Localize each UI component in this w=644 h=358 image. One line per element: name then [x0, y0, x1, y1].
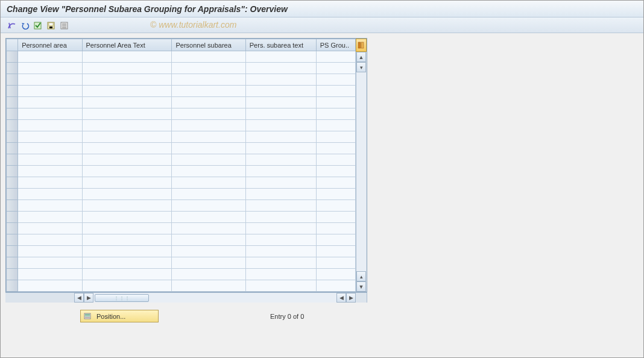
row-selector[interactable]: [7, 257, 18, 269]
cell-personnel-area-text[interactable]: [82, 212, 172, 223]
cell-personnel-subarea[interactable]: [172, 257, 245, 269]
cell-personnel-area-text[interactable]: [82, 257, 172, 269]
cell-personnel-area[interactable]: [18, 257, 82, 269]
cell-personnel-subarea[interactable]: [172, 86, 245, 97]
cell-personnel-area[interactable]: [18, 154, 82, 166]
cell-personnel-area-text[interactable]: [82, 234, 172, 246]
cell-ps-grouping[interactable]: [316, 51, 355, 63]
scroll-up-button[interactable]: ▲: [356, 52, 366, 62]
cell-ps-grouping[interactable]: [316, 97, 355, 108]
table-row[interactable]: [7, 212, 356, 223]
table-settings-icon[interactable]: [356, 39, 367, 52]
cell-pers-subarea-text[interactable]: [245, 223, 316, 234]
cell-personnel-subarea[interactable]: [172, 189, 245, 200]
row-selector[interactable]: [7, 97, 18, 108]
cell-ps-grouping[interactable]: [316, 131, 355, 143]
cell-ps-grouping[interactable]: [316, 212, 355, 223]
cell-personnel-area[interactable]: [18, 269, 82, 280]
cell-personnel-area-text[interactable]: [82, 200, 172, 212]
cell-ps-grouping[interactable]: [316, 143, 355, 154]
cell-personnel-area[interactable]: [18, 189, 82, 200]
toggle-change-icon[interactable]: [5, 20, 17, 31]
cell-personnel-area[interactable]: [18, 74, 82, 86]
table-row[interactable]: [7, 166, 356, 177]
row-selector[interactable]: [7, 120, 18, 131]
cell-ps-grouping[interactable]: [316, 269, 355, 280]
cell-personnel-area[interactable]: [18, 131, 82, 143]
row-selector[interactable]: [7, 63, 18, 74]
column-header-personnel-subarea[interactable]: Personnel subarea: [172, 39, 245, 51]
cell-personnel-subarea[interactable]: [172, 269, 245, 280]
cell-personnel-subarea[interactable]: [172, 120, 245, 131]
cell-personnel-area-text[interactable]: [82, 51, 172, 63]
cell-personnel-subarea[interactable]: [172, 108, 245, 120]
cell-personnel-area-text[interactable]: [82, 269, 172, 280]
cell-personnel-area[interactable]: [18, 51, 82, 63]
vertical-scrollbar-track[interactable]: [356, 72, 366, 271]
row-selector[interactable]: [7, 51, 18, 63]
table-row[interactable]: [7, 120, 356, 131]
cell-pers-subarea-text[interactable]: [245, 177, 316, 189]
cell-personnel-area[interactable]: [18, 166, 82, 177]
scroll-down-button[interactable]: ▼: [356, 281, 366, 292]
cell-personnel-area-text[interactable]: [82, 120, 172, 131]
cell-personnel-area-text[interactable]: [82, 86, 172, 97]
cell-personnel-area-text[interactable]: [82, 223, 172, 234]
cell-pers-subarea-text[interactable]: [245, 246, 316, 257]
cell-pers-subarea-text[interactable]: [245, 166, 316, 177]
cell-personnel-area[interactable]: [18, 223, 82, 234]
cell-ps-grouping[interactable]: [316, 120, 355, 131]
cell-ps-grouping[interactable]: [316, 154, 355, 166]
cell-personnel-area-text[interactable]: [82, 63, 172, 74]
table-row[interactable]: [7, 63, 356, 74]
cell-personnel-area-text[interactable]: [82, 97, 172, 108]
deselect-icon[interactable]: [58, 20, 71, 31]
cell-personnel-area[interactable]: [18, 177, 82, 189]
table-row[interactable]: [7, 154, 356, 166]
row-selector[interactable]: [7, 200, 18, 212]
table-row[interactable]: [7, 246, 356, 257]
cell-personnel-area[interactable]: [18, 143, 82, 154]
row-selector[interactable]: [7, 74, 18, 86]
cell-personnel-subarea[interactable]: [172, 212, 245, 223]
cell-personnel-area[interactable]: [18, 200, 82, 212]
scroll-page-down-button[interactable]: ▴: [356, 271, 366, 281]
cell-personnel-subarea[interactable]: [172, 223, 245, 234]
cell-personnel-area[interactable]: [18, 120, 82, 131]
cell-personnel-subarea[interactable]: [172, 246, 245, 257]
cell-pers-subarea-text[interactable]: [245, 189, 316, 200]
cell-personnel-area-text[interactable]: [82, 131, 172, 143]
table-row[interactable]: [7, 74, 356, 86]
cell-pers-subarea-text[interactable]: [245, 108, 316, 120]
cell-pers-subarea-text[interactable]: [245, 131, 316, 143]
cell-personnel-subarea[interactable]: [172, 200, 245, 212]
column-header-ps-grouping[interactable]: PS Grou..: [316, 39, 355, 51]
cell-ps-grouping[interactable]: [316, 189, 355, 200]
row-selector[interactable]: [7, 280, 18, 292]
cell-personnel-subarea[interactable]: [172, 97, 245, 108]
table-row[interactable]: [7, 280, 356, 292]
cell-personnel-subarea[interactable]: [172, 74, 245, 86]
row-selector[interactable]: [7, 131, 18, 143]
select-all-icon[interactable]: [32, 20, 44, 31]
cell-pers-subarea-text[interactable]: [245, 257, 316, 269]
cell-pers-subarea-text[interactable]: [245, 51, 316, 63]
cell-personnel-area-text[interactable]: [82, 154, 172, 166]
table-row[interactable]: [7, 131, 356, 143]
table-row[interactable]: [7, 97, 356, 108]
row-selector[interactable]: [7, 223, 18, 234]
cell-personnel-subarea[interactable]: [172, 234, 245, 246]
cell-ps-grouping[interactable]: [316, 63, 355, 74]
cell-pers-subarea-text[interactable]: [245, 97, 316, 108]
cell-personnel-area[interactable]: [18, 246, 82, 257]
table-row[interactable]: [7, 200, 356, 212]
row-selector[interactable]: [7, 246, 18, 257]
scroll-page-right-button[interactable]: ◀: [336, 293, 346, 303]
row-selector[interactable]: [7, 177, 18, 189]
horizontal-scrollbar-thumb[interactable]: ⋮⋮⋮: [95, 294, 149, 302]
cell-personnel-subarea[interactable]: [172, 131, 245, 143]
cell-ps-grouping[interactable]: [316, 257, 355, 269]
cell-ps-grouping[interactable]: [316, 177, 355, 189]
cell-personnel-area[interactable]: [18, 234, 82, 246]
scroll-right-button[interactable]: ▶: [346, 293, 356, 303]
